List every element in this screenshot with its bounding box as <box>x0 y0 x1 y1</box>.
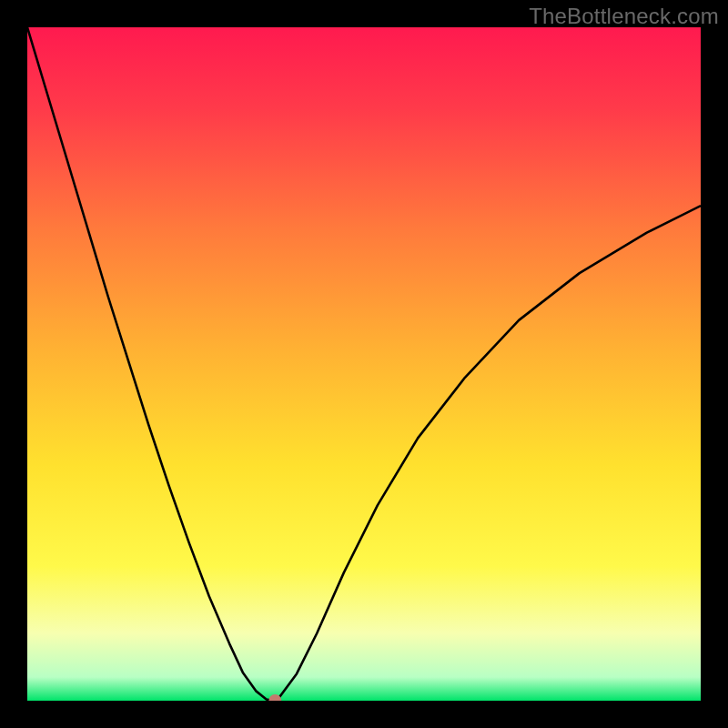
plot-area <box>27 27 701 701</box>
chart-frame: TheBottleneck.com <box>0 0 728 728</box>
chart-svg <box>27 27 701 701</box>
watermark-text: TheBottleneck.com <box>529 4 719 29</box>
